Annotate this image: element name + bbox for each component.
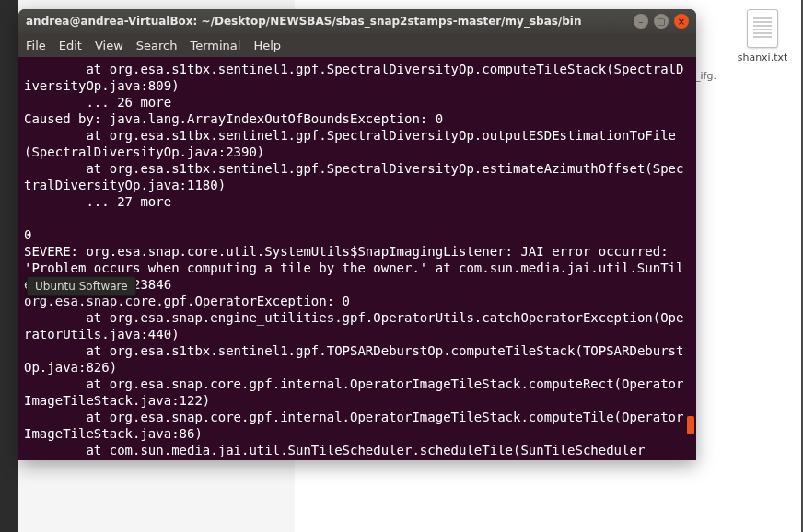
menu-terminal[interactable]: Terminal [190, 39, 240, 52]
text-file-icon [747, 9, 778, 48]
launcher-tooltip: Ubuntu Software [27, 276, 136, 296]
window-title: andrea@andrea-VirtualBox: ~/Desktop/NEWS… [26, 15, 628, 28]
menu-edit[interactable]: Edit [59, 39, 82, 52]
terminal-window: andrea@andrea-VirtualBox: ~/Desktop/NEWS… [18, 9, 696, 460]
menu-help[interactable]: Help [253, 39, 281, 52]
maximize-button[interactable]: ▢ [654, 14, 669, 29]
menu-view[interactable]: View [95, 39, 123, 52]
desktop-file-label: shanxi.txt [735, 52, 790, 64]
terminal-output[interactable]: at org.esa.s1tbx.sentinel1.gpf.SpectralD… [18, 57, 696, 460]
minimize-button[interactable]: – [634, 14, 648, 29]
close-button[interactable]: × [674, 14, 689, 29]
window-titlebar[interactable]: andrea@andrea-VirtualBox: ~/Desktop/NEWS… [18, 9, 696, 33]
ubuntu-launcher[interactable] [0, 0, 18, 532]
desktop-file-shanxi[interactable]: shanxi.txt [735, 9, 790, 64]
menu-search[interactable]: Search [136, 39, 178, 52]
terminal-menubar: File Edit View Search Terminal Help [18, 33, 696, 57]
background-label: _ifg. [695, 70, 716, 82]
menu-file[interactable]: File [26, 39, 46, 52]
terminal-scrollbar-thumb[interactable] [687, 416, 694, 434]
